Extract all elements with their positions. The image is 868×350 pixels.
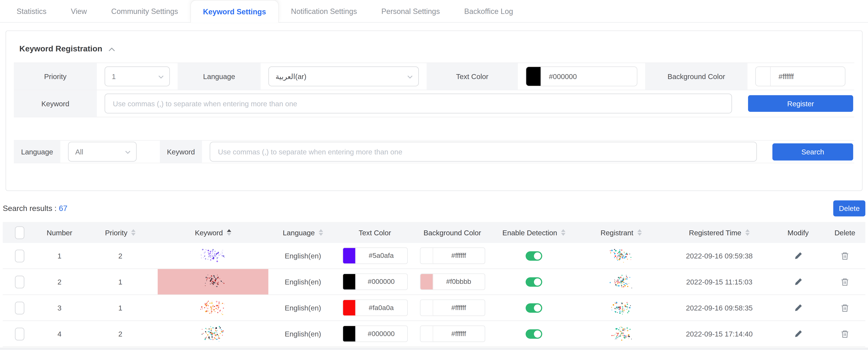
registration-form-row-1: Priority 1 Language العربية(ar) Text Col…: [14, 63, 854, 90]
sort-icon: [745, 229, 750, 236]
header-background-color: Background Color: [412, 222, 493, 243]
search-keyword-input[interactable]: [210, 142, 757, 162]
collapse-section-button[interactable]: [108, 46, 115, 51]
pencil-icon: [794, 251, 803, 261]
priority-label: Priority: [14, 63, 97, 90]
sort-icon: [637, 229, 642, 236]
registration-form: Priority 1 Language العربية(ar) Text Col…: [14, 62, 854, 117]
tab-personal-settings[interactable]: Personal Settings: [369, 0, 452, 23]
background-color-swatch: [420, 326, 433, 342]
enable-detection-toggle[interactable]: [526, 329, 542, 339]
tab-keyword-settings[interactable]: Keyword Settings: [190, 0, 279, 23]
results-count: 67: [59, 204, 67, 212]
sort-icon: [227, 229, 231, 236]
results-bar: Search results :67 Delete: [3, 200, 866, 216]
select-all-checkbox[interactable]: [15, 226, 24, 239]
tab-community-settings[interactable]: Community Settings: [99, 0, 190, 23]
row-number: 4: [36, 321, 83, 347]
registrant-redacted-text: [609, 249, 633, 263]
tab-view[interactable]: View: [59, 0, 99, 23]
enable-detection-toggle[interactable]: [526, 277, 542, 287]
search-results-summary: Search results :67: [3, 204, 67, 212]
row-checkbox[interactable]: [15, 327, 24, 340]
tab-notification-settings[interactable]: Notification Settings: [279, 0, 369, 23]
header-keyword[interactable]: Keyword: [158, 222, 268, 243]
pencil-icon: [794, 277, 803, 287]
registration-form-row-2: Keyword Register: [14, 90, 854, 117]
row-checkbox[interactable]: [15, 275, 24, 288]
enable-detection-toggle[interactable]: [526, 303, 542, 313]
table-row: 3 1 English(en) #fa0a0a #ffffff 2022-09-…: [3, 295, 866, 321]
keyword-redacted-text: [199, 249, 227, 263]
text-color-swatch: [343, 300, 355, 316]
keywords-table: Number Priority Keyword Language Text Co…: [3, 222, 866, 347]
search-language-select[interactable]: All: [68, 142, 136, 162]
tab-backoffice-log[interactable]: Backoffice Log: [452, 0, 525, 23]
keyword-settings-page: Statistics View Community Settings Keywo…: [0, 0, 868, 350]
background-color-chip: #ffffff: [420, 325, 485, 342]
tab-statistics[interactable]: Statistics: [4, 0, 59, 23]
tab-bar: Statistics View Community Settings Keywo…: [0, 0, 868, 23]
modify-button[interactable]: [794, 277, 803, 287]
header-priority[interactable]: Priority: [83, 222, 158, 243]
search-keyword-label: Keyword: [160, 141, 202, 163]
background-color-chip: #ffffff: [420, 247, 485, 264]
search-filter-bar: Language All Keyword Search: [14, 140, 854, 164]
keyword-redacted-text: [198, 301, 227, 315]
modify-button[interactable]: [794, 251, 803, 261]
text-color-swatch: [343, 326, 355, 342]
delete-row-button[interactable]: [840, 251, 849, 261]
header-registrant[interactable]: Registrant: [576, 222, 667, 243]
keyword-registration-card: Keyword Registration Priority 1 Language…: [5, 30, 863, 191]
background-color-swatch: [420, 300, 433, 316]
modify-button[interactable]: [794, 303, 803, 313]
delete-row-button[interactable]: [840, 329, 849, 339]
priority-select[interactable]: 1: [104, 66, 170, 86]
delete-row-button[interactable]: [840, 277, 849, 287]
row-checkbox[interactable]: [15, 301, 24, 314]
text-color-cell: #000000: [338, 269, 412, 294]
text-color-swatch: [343, 248, 355, 264]
text-color-cell: #000000: [338, 321, 412, 347]
text-color-cell: #fa0a0a: [338, 295, 412, 321]
bottom-strip: [0, 348, 868, 350]
sort-icon: [319, 229, 323, 236]
registrant-redacted-text: [609, 327, 633, 341]
delete-selected-button[interactable]: Delete: [833, 200, 865, 216]
background-color-swatch: [420, 274, 433, 290]
text-color-chip: #000000: [342, 273, 408, 290]
trash-icon: [840, 303, 849, 313]
header-registered-time[interactable]: Registered Time: [667, 222, 772, 243]
background-color-cell: #ffffff: [412, 295, 493, 321]
background-color-input[interactable]: #ffffff: [755, 66, 845, 86]
chevron-down-icon: [158, 76, 164, 79]
header-language[interactable]: Language: [268, 222, 338, 243]
background-color-swatch: [420, 248, 433, 264]
delete-row-button[interactable]: [840, 303, 849, 313]
header-enable-detection[interactable]: Enable Detection: [492, 222, 575, 243]
modify-button[interactable]: [794, 329, 803, 339]
text-color-chip: #5a0afa: [342, 247, 408, 264]
row-priority: 2: [83, 243, 158, 268]
text-color-swatch[interactable]: [526, 67, 541, 86]
keyword-label: Keyword: [14, 90, 97, 117]
text-color-input[interactable]: #000000: [526, 66, 638, 86]
table-row: 4 2 English(en) #000000 #ffffff 2022-09-…: [3, 321, 866, 347]
row-checkbox[interactable]: [15, 250, 24, 262]
background-color-swatch[interactable]: [756, 67, 771, 86]
table-body: 1 2 English(en) #5a0afa #ffffff 2022-09-…: [3, 243, 866, 347]
chevron-up-icon: [108, 47, 115, 51]
enable-detection-toggle[interactable]: [526, 251, 542, 261]
row-registered-time: 2022-09-15 17:14:40: [667, 321, 772, 347]
row-language: English(en): [268, 269, 338, 294]
search-button[interactable]: Search: [772, 143, 853, 161]
background-color-cell: #ffffff: [412, 243, 493, 268]
keyword-input[interactable]: [104, 94, 732, 113]
keyword-cell: [158, 321, 268, 347]
row-registered-time: 2022-09-16 09:58:35: [667, 295, 772, 321]
language-select[interactable]: العربية(ar): [268, 66, 419, 86]
chevron-down-icon: [407, 76, 413, 79]
trash-icon: [840, 329, 849, 339]
register-button[interactable]: Register: [748, 95, 853, 112]
keyword-cell: [158, 295, 268, 321]
